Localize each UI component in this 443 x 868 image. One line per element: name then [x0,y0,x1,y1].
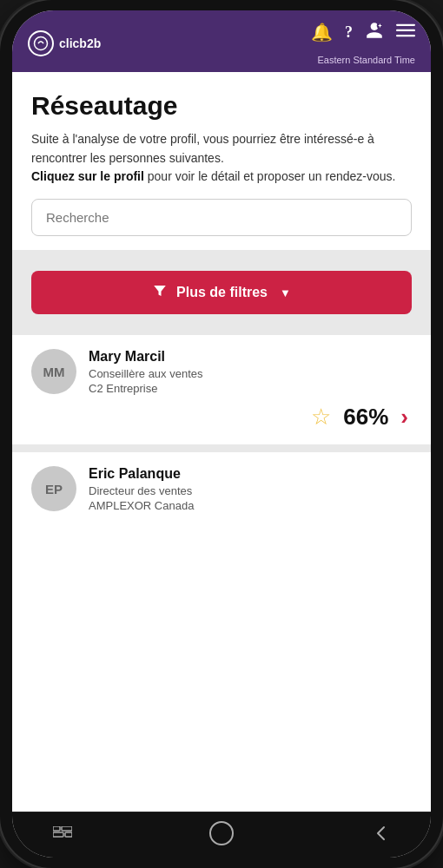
account-settings-icon[interactable] [365,21,384,43]
main-content: Réseautage Suite à l'analyse de votre pr… [12,72,431,812]
svg-rect-3 [396,30,415,31]
contact-name-0: Mary Marcil [89,349,412,365]
star-icon-0[interactable]: ☆ [311,404,331,431]
svg-rect-5 [53,826,60,831]
svg-rect-6 [62,826,72,831]
app-header: clicb2b 🔔 ? [12,10,431,72]
chevron-right-icon-0[interactable]: › [400,404,408,431]
contact-title-1: Directeur des ventes [89,484,412,497]
description-text-2: pour voir le détail et proposer un rende… [144,169,396,183]
search-container [31,199,412,236]
home-circle-icon [209,821,234,845]
filter-button[interactable]: Plus de filtres ▼ [31,271,412,314]
contact-name-1: Eric Palanque [89,466,412,482]
svg-point-0 [35,36,48,49]
help-icon[interactable]: ? [345,24,353,40]
logo-text: clicb2b [59,36,101,50]
svg-rect-2 [396,24,415,26]
nav-home-button[interactable] [206,821,237,845]
svg-rect-8 [65,832,72,837]
contact-info-1: Eric Palanque Directeur des ventes AMPLE… [89,466,412,512]
contacts-list: MM Mary Marcil Conseillère aux ventes C2… [12,335,431,535]
contact-company-1: AMPLEXOR Canada [89,499,412,512]
avatar-mm: MM [31,349,76,394]
page-description: Suite à l'analyse de votre profil, vous … [31,130,412,187]
filter-section: Plus de filtres ▼ [12,257,431,328]
description-text-1: Suite à l'analyse de votre profil, vous … [31,132,374,165]
menu-icon[interactable] [396,21,415,43]
contact-card-0[interactable]: MM Mary Marcil Conseillère aux ventes C2… [12,335,431,445]
filter-funnel-icon [152,283,168,302]
logo-icon [28,30,54,56]
svg-rect-4 [396,35,415,36]
search-input[interactable] [31,199,412,236]
header-icons: 🔔 ? [311,21,415,65]
description-bold: Cliquez sur le profil [31,169,144,183]
svg-rect-7 [53,832,63,837]
contact-company-0: C2 Entreprise [89,382,412,395]
nav-recent-apps-button[interactable] [47,821,78,845]
card-divider [12,445,431,452]
contact-title-0: Conseillère aux ventes [89,367,412,380]
divider-bottom [12,328,431,335]
nav-back-button[interactable] [365,821,396,845]
avatar-ep: EP [31,466,76,511]
bottom-nav [12,812,431,858]
filter-button-label: Plus de filtres [176,285,268,300]
logo-container: clicb2b [28,30,101,56]
match-percent-0: 66% [343,404,388,431]
contact-info-0: Mary Marcil Conseillère aux ventes C2 En… [89,349,412,395]
timezone-label: Eastern Standard Time [317,55,415,65]
bell-icon[interactable]: 🔔 [311,23,333,41]
divider-top [12,250,431,257]
contact-card-1[interactable]: EP Eric Palanque Directeur des ventes AM… [12,452,431,535]
page-title: Réseautage [31,91,412,120]
dropdown-arrow-icon: ▼ [280,286,291,299]
